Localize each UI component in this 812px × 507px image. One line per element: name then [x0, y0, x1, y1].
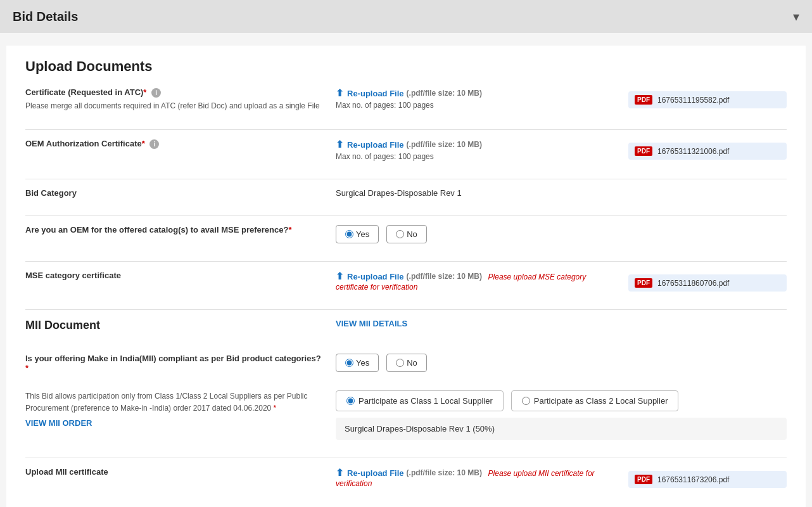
participate-class1-radio[interactable]	[346, 397, 355, 405]
upload-arrow-icon: ⬆	[336, 271, 344, 282]
participate-class2-radio[interactable]	[522, 397, 530, 405]
mii-question-row: Is your offering Make in India(MII) comp…	[25, 354, 787, 379]
oem-auth-row: OEM Authorization Certificate* i ⬆ Re-up…	[25, 139, 787, 167]
participate-class1-option[interactable]: Participate as Class 1 Local Supplier	[336, 390, 504, 411]
upload-arrow-icon: ⬆	[336, 467, 344, 478]
mii-question-radio-group: Yes No	[336, 354, 787, 372]
pdf-icon: PDF	[635, 475, 652, 484]
category-info-box: Surgical Drapes-Disposable Rev 1 (50%)	[336, 418, 787, 440]
upload-mii-file-info: (.pdf/file size: 10 MB)	[407, 468, 482, 477]
mii-yes-radio[interactable]	[345, 359, 353, 367]
mii-section-title: MII Document	[25, 319, 323, 332]
bid-category-value: Surgical Drapes-Disposable Rev 1	[336, 188, 787, 198]
participate-class2-option[interactable]: Participate as Class 2 Local Supplier	[511, 390, 679, 411]
oem-auth-label: OEM Authorization Certificate	[25, 139, 142, 148]
certificate-atc-info-icon[interactable]: i	[151, 88, 161, 98]
mse-certificate-filename: 16765311860706.pdf	[657, 279, 729, 288]
oem-preference-radio-group: Yes No	[336, 225, 787, 243]
certificate-atc-file-badge: PDF 16765311195582.pdf	[628, 91, 787, 108]
oem-preference-yes-option[interactable]: Yes	[336, 225, 379, 243]
upload-mii-filename: 16765311673206.pdf	[657, 475, 729, 484]
bid-details-title: Bid Details	[13, 10, 78, 24]
certificate-atc-subtext: Please merge all documents required in A…	[25, 100, 323, 112]
participate-class2-label: Participate as Class 2 Local Supplier	[534, 396, 668, 406]
mii-document-row: MII Document VIEW MII DETAILS	[25, 319, 787, 342]
required-marker: *	[271, 404, 276, 413]
view-mii-order-link[interactable]: VIEW MII ORDER	[25, 418, 92, 428]
upload-mii-upload-btn[interactable]: ⬆ Re-upload File (.pdf/file size: 10 MB)	[336, 467, 482, 478]
mse-certificate-upload-btn[interactable]: ⬆ Re-upload File (.pdf/file size: 10 MB)	[336, 271, 482, 282]
required-marker: *	[142, 139, 145, 148]
certificate-atc-file-info: (.pdf/file size: 10 MB)	[407, 89, 482, 98]
mii-yes-option[interactable]: Yes	[336, 354, 379, 372]
bid-category-row: Bid Category Surgical Drapes-Disposable …	[25, 188, 787, 204]
oem-preference-no-radio[interactable]	[396, 230, 404, 238]
mse-certificate-file-info: (.pdf/file size: 10 MB)	[407, 272, 482, 281]
upload-mii-file-badge: PDF 16765311673206.pdf	[628, 471, 787, 488]
mse-certificate-file-badge: PDF 16765311860706.pdf	[628, 274, 787, 292]
certificate-atc-max-pages: Max no. of pages: 100 pages	[336, 101, 616, 110]
oem-preference-label: Are you an OEM for the offered catalog(s…	[25, 225, 288, 234]
oem-auth-file-badge: PDF 16765311321006.pdf	[628, 143, 787, 160]
bid-details-header[interactable]: Bid Details ▾	[0, 0, 812, 33]
pdf-icon: PDF	[635, 146, 652, 156]
upload-arrow-icon: ⬆	[336, 139, 344, 150]
upload-mii-label: Upload MII certificate	[25, 467, 323, 477]
mse-certificate-label: MSE category certificate	[25, 271, 323, 280]
mse-certificate-row: MSE category certificate ⬆ Re-upload Fil…	[25, 271, 787, 298]
oem-preference-no-option[interactable]: No	[386, 225, 427, 243]
mii-no-option[interactable]: No	[386, 354, 427, 372]
oem-auth-filename: 16765311321006.pdf	[657, 147, 729, 156]
pdf-icon: PDF	[635, 95, 652, 105]
oem-auth-upload-btn[interactable]: ⬆ Re-upload File (.pdf/file size: 10 MB)	[336, 139, 482, 150]
mii-no-radio[interactable]	[396, 359, 404, 367]
mii-participation-desc: This Bid allows participation only from …	[25, 390, 323, 414]
oem-auth-info-icon[interactable]: i	[149, 139, 159, 149]
bid-category-label: Bid Category	[25, 188, 323, 198]
pdf-icon: PDF	[635, 278, 652, 288]
required-marker: *	[143, 87, 146, 97]
oem-auth-file-info: (.pdf/file size: 10 MB)	[407, 140, 482, 149]
view-mii-details-link[interactable]: VIEW MII DETAILS	[336, 319, 407, 328]
oem-auth-max-pages: Max no. of pages: 100 pages	[336, 152, 616, 161]
section-title: Upload Documents	[25, 58, 787, 75]
oem-preference-row: Are you an OEM for the offered catalog(s…	[25, 225, 787, 250]
participate-options-group: Participate as Class 1 Local Supplier Pa…	[336, 390, 787, 411]
upload-arrow-icon: ⬆	[336, 87, 344, 99]
certificate-atc-row: Certificate (Requested in ATC)* i Please…	[25, 87, 787, 118]
certificate-atc-upload-btn[interactable]: ⬆ Re-upload File (.pdf/file size: 10 MB)	[336, 87, 482, 99]
upload-mii-row: Upload MII certificate ⬆ Re-upload File …	[25, 467, 787, 494]
mii-question-label: Is your offering Make in India(MII) comp…	[25, 354, 321, 363]
certificate-atc-filename: 16765311195582.pdf	[657, 96, 729, 105]
required-marker: *	[288, 225, 291, 234]
required-marker: *	[25, 363, 29, 373]
chevron-down-icon: ▾	[793, 9, 799, 24]
participate-class1-label: Participate as Class 1 Local Supplier	[358, 396, 493, 406]
mii-participation-row: This Bid allows participation only from …	[25, 390, 787, 446]
certificate-atc-label: Certificate (Requested in ATC)	[25, 87, 143, 97]
oem-preference-yes-radio[interactable]	[345, 230, 353, 238]
